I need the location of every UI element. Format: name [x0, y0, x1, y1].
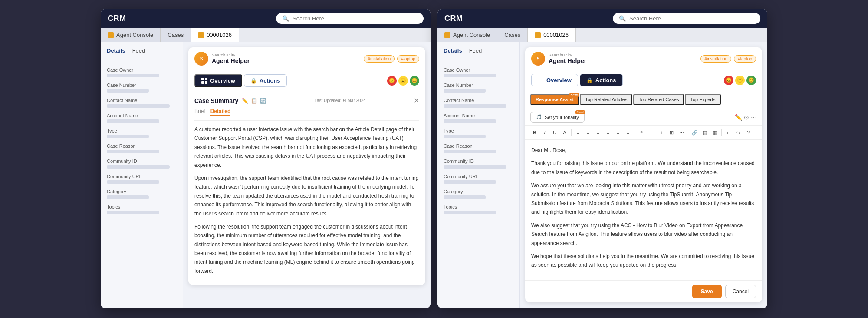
toolbar-hr[interactable]: — [647, 128, 656, 137]
sidebar-field-contact-name-r: Contact Name [437, 95, 519, 110]
sentiment-positive-left[interactable]: 😊 [410, 76, 419, 86]
email-para-3: We also suggest that you try using the A… [531, 221, 756, 248]
sidebar-tab-feed-left[interactable]: Feed [132, 47, 145, 56]
sidebar-label-contact-name-r: Contact Name [444, 98, 513, 103]
toolbar-list-ul[interactable]: ≡ [574, 128, 582, 137]
sidebar-tab-details-left[interactable]: Details [107, 47, 125, 56]
sidebar-value-account-name-r [444, 119, 496, 123]
copy-icon[interactable]: 📋 [251, 98, 257, 104]
toolbar-more[interactable]: ⋯ [677, 128, 686, 137]
top-related-articles-tab[interactable]: Top Related Articles [580, 94, 632, 105]
toolbar-image[interactable]: ▤ [700, 128, 709, 137]
sidebar-value-community-id [107, 165, 170, 169]
toolbar-color[interactable]: A [560, 128, 569, 137]
right-panel-left: S SearchUnity Agent Helper #installation… [183, 42, 431, 308]
toolbar-undo[interactable]: ↩ [724, 128, 733, 137]
sidebar-label-category: Category [107, 189, 177, 194]
search-bar-left: 🔍 [276, 13, 424, 24]
sidebar-tabs-left: Details Feed [101, 47, 183, 61]
toolbar-divider-4 [721, 129, 722, 136]
toolbar-list-ol[interactable]: ≡ [584, 128, 592, 137]
toolbar-divider-1 [571, 129, 572, 136]
toolbar-italic[interactable]: I [540, 128, 549, 137]
tab-record-right[interactable]: 00001026 [528, 28, 576, 42]
save-button[interactable]: Save [692, 285, 722, 298]
response-footer: Save Cancel [525, 280, 762, 302]
sentiment-negative-left[interactable]: 😞 [387, 76, 397, 86]
sidebar-tab-details-right[interactable]: Details [444, 47, 462, 56]
toolbar-align-justify[interactable]: ≡ [624, 128, 632, 137]
sidebar-label-case-reason-r: Case Reason [444, 143, 513, 149]
toolbar-underline[interactable]: U [550, 128, 559, 137]
sentiment-positive-right[interactable]: 😊 [746, 76, 756, 85]
email-para-4: We hope that these solutions help you in… [531, 252, 756, 270]
tag-installation-right: #installation [700, 55, 731, 63]
sidebar-field-case-reason-r: Case Reason [437, 141, 519, 156]
overview-btn-left[interactable]: Overview [194, 74, 242, 87]
sidebar-label-contact-name: Contact Name [107, 98, 177, 103]
toolbar-help[interactable]: ? [744, 128, 753, 137]
case-summary-body: A customer reported a user interface iss… [194, 125, 419, 275]
agent-brand-name-left: Agent Helper [212, 57, 250, 64]
sentiment-negative-right[interactable]: 😞 [724, 76, 733, 85]
search-input-left[interactable] [293, 15, 418, 22]
sidebar-value-topics [107, 211, 159, 214]
toolbar-attach[interactable]: ▦ [710, 128, 719, 137]
summary-tab-detailed[interactable]: Detailed [210, 108, 231, 116]
edit-email-icon[interactable]: ✏️ [735, 114, 742, 121]
toolbar-redo[interactable]: ↪ [734, 128, 743, 137]
case-summary-title-row: Case Summary ✏️ 📋 🔄 [194, 97, 266, 104]
sentiment-neutral-right[interactable]: 😐 [735, 76, 745, 85]
overview-btn-right[interactable]: Overview [531, 74, 578, 86]
sidebar-label-community-url-r: Community URL [444, 174, 513, 179]
cancel-button[interactable]: Cancel [725, 285, 756, 298]
sidebar-value-category [107, 195, 149, 199]
sidebar-right: Details Feed Case Owner Case Number Cont… [437, 42, 520, 308]
sidebar-label-topics-r: Topics [444, 204, 513, 209]
left-crm-window: CRM 🔍 Agent Console Cases 00001026 Detai… [101, 9, 431, 308]
top-related-cases-tab[interactable]: Top Related Cases [633, 94, 684, 105]
sidebar-value-case-owner-r [444, 74, 496, 77]
toolbar-align-right[interactable]: ≡ [614, 128, 622, 137]
search-icon-left: 🔍 [282, 15, 289, 22]
toolbar-table[interactable]: ⊞ [667, 128, 676, 137]
edit-icon[interactable]: ✏️ [242, 98, 248, 104]
toolbar-bold[interactable]: B [530, 128, 539, 137]
email-para-2: We assure you that we are looking into t… [531, 181, 756, 217]
agent-brand-right: S SearchUnity Agent Helper [531, 52, 586, 66]
sidebar-field-topics-r: Topics [437, 202, 519, 217]
actions-btn-right[interactable]: 🔒 Actions [580, 74, 623, 86]
close-btn[interactable]: ✕ [414, 96, 419, 105]
toolbar-link[interactable]: 🔗 [690, 128, 699, 137]
top-experts-tab[interactable]: Top Experts [685, 94, 720, 105]
sidebar-value-contact-name-r [444, 104, 506, 108]
toolbar-add[interactable]: + [657, 128, 666, 137]
toolbar-quote[interactable]: ❝ [637, 128, 646, 137]
tab-cases-left[interactable]: Cases [161, 28, 191, 42]
tab-record-left[interactable]: 00001026 [191, 28, 239, 42]
agent-brand-small-left: SearchUnity [212, 53, 250, 57]
refresh-icon[interactable]: 🔄 [260, 98, 266, 104]
toolbar-align-center[interactable]: ≡ [604, 128, 612, 137]
sentiment-neutral-left[interactable]: 😐 [398, 76, 408, 86]
summary-tab-brief[interactable]: Brief [194, 108, 205, 116]
more-email-icon[interactable]: ⋯ [751, 114, 757, 121]
toolbar-align-left[interactable]: ≡ [594, 128, 602, 137]
set-tonality-btn[interactable]: 🎵 Set your tonality New! [530, 112, 585, 123]
tab-cases-right[interactable]: Cases [497, 28, 528, 42]
search-input-right[interactable] [629, 15, 754, 22]
agent-helper-card-left: S SearchUnity Agent Helper #installation… [188, 47, 425, 285]
copy-email-icon[interactable]: ⊙ [744, 114, 749, 121]
response-assist-tab[interactable]: Response Assist New! [530, 94, 579, 105]
actions-btn-left[interactable]: 🔒 Actions [244, 74, 287, 87]
tab-agent-console-left[interactable]: Agent Console [101, 28, 161, 42]
sidebar-tab-feed-right[interactable]: Feed [469, 47, 482, 56]
sidebar-tabs-right: Details Feed [437, 47, 519, 61]
sidebar-label-account-name: Account Name [107, 113, 177, 118]
sidebar-value-type [107, 135, 149, 138]
tab-agent-console-right[interactable]: Agent Console [437, 28, 497, 42]
sidebar-left: Details Feed Case Owner Case Number Cont… [101, 42, 183, 308]
response-tabs: Response Assist New! Top Related Article… [525, 90, 762, 109]
sidebar-label-case-number: Case Number [107, 83, 177, 88]
sidebar-field-case-number: Case Number [101, 80, 183, 95]
